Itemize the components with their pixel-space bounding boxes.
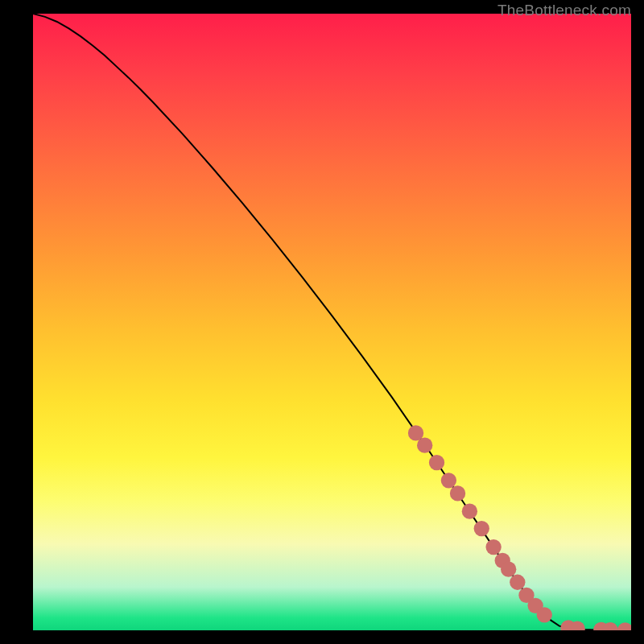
data-marker	[474, 521, 489, 536]
plot-svg	[33, 14, 631, 630]
data-marker	[450, 485, 465, 501]
data-marker	[462, 504, 477, 519]
data-marker	[501, 562, 516, 577]
data-marker	[537, 607, 552, 622]
data-marker	[485, 539, 501, 555]
data-marker	[429, 455, 444, 470]
bottleneck-curve	[33, 14, 631, 630]
data-marker	[510, 575, 525, 590]
data-marker	[441, 473, 456, 488]
data-marker	[417, 438, 432, 453]
chart-frame: TheBottleneck.com	[33, 14, 631, 630]
marker-layer	[408, 425, 631, 630]
data-marker	[617, 622, 631, 630]
